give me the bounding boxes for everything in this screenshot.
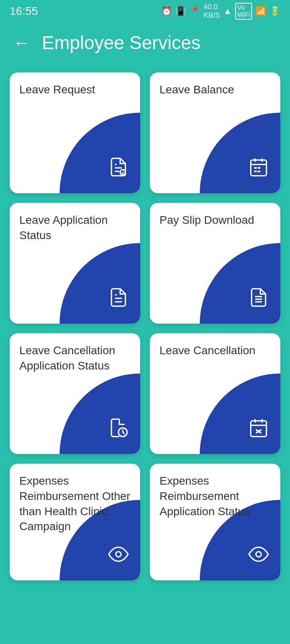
- card-label-expenses-reimbursement-application-status: Expenses Reimbursement Application Statu…: [160, 473, 274, 519]
- header: ← Employee Services: [0, 23, 290, 63]
- card-label-leave-balance: Leave Balance: [160, 82, 274, 97]
- card-icon-leave-balance: [248, 157, 269, 182]
- card-icon-leave-cancellation: [248, 417, 269, 443]
- card-icon-expenses-reimbursement-other: [108, 544, 129, 569]
- content-area: Leave Request Leave Balance: [0, 63, 290, 644]
- card-pay-slip-download[interactable]: Pay Slip Download: [150, 203, 280, 324]
- back-button[interactable]: ←: [13, 34, 31, 52]
- svg-point-25: [256, 552, 261, 557]
- status-icons: ⏰ 📳 📍 40.0KB/S ▲ VoWiFi 📶 🔋: [161, 3, 280, 20]
- svg-rect-9: [254, 171, 257, 172]
- cards-grid: Leave Request Leave Balance: [10, 72, 280, 580]
- card-icon-leave-request: [108, 157, 129, 182]
- svg-point-2: [120, 170, 125, 175]
- vibrate-icon: 📳: [175, 6, 186, 17]
- card-icon-leave-application-status: [108, 287, 129, 312]
- svg-rect-18: [251, 421, 267, 437]
- location-icon: 📍: [189, 6, 200, 17]
- card-leave-request[interactable]: Leave Request: [10, 72, 140, 193]
- wifi-icon: ▲: [223, 6, 232, 17]
- card-icon-pay-slip-download: [248, 287, 269, 312]
- volte-icon: VoWiFi: [235, 3, 252, 20]
- network-speed: 40.0KB/S: [203, 3, 220, 20]
- status-time: 16:55: [10, 5, 38, 18]
- card-label-expenses-reimbursement-other: Expenses Reimbursement Other than Health…: [19, 473, 134, 534]
- battery-icon: 🔋: [269, 6, 280, 17]
- card-label-leave-cancellation: Leave Cancellation: [160, 343, 274, 358]
- card-expenses-reimbursement-application-status[interactable]: Expenses Reimbursement Application Statu…: [150, 464, 280, 580]
- card-label-leave-cancellation-application-status: Leave Cancellation Application Status: [19, 343, 134, 374]
- card-leave-balance[interactable]: Leave Balance: [150, 72, 280, 193]
- svg-rect-10: [258, 171, 261, 172]
- card-leave-cancellation-application-status[interactable]: Leave Cancellation Application Status: [10, 333, 140, 454]
- signal-icon: 📶: [255, 6, 266, 17]
- card-icon-expenses-reimbursement-application-status: [248, 544, 269, 569]
- card-icon-leave-cancellation-application-status: [108, 417, 129, 443]
- card-leave-cancellation[interactable]: Leave Cancellation: [150, 333, 280, 454]
- card-label-pay-slip-download: Pay Slip Download: [160, 213, 274, 228]
- svg-rect-7: [254, 167, 257, 169]
- card-label-leave-application-status: Leave Application Status: [19, 213, 134, 243]
- page-title: Employee Services: [42, 32, 201, 54]
- svg-rect-8: [258, 167, 261, 169]
- alarm-icon: ⏰: [161, 6, 172, 17]
- svg-point-24: [116, 552, 121, 557]
- status-bar: 16:55 ⏰ 📳 📍 40.0KB/S ▲ VoWiFi 📶 🔋: [0, 0, 290, 23]
- card-leave-application-status[interactable]: Leave Application Status: [10, 203, 140, 324]
- card-label-leave-request: Leave Request: [19, 82, 134, 97]
- card-expenses-reimbursement-other[interactable]: Expenses Reimbursement Other than Health…: [10, 464, 140, 580]
